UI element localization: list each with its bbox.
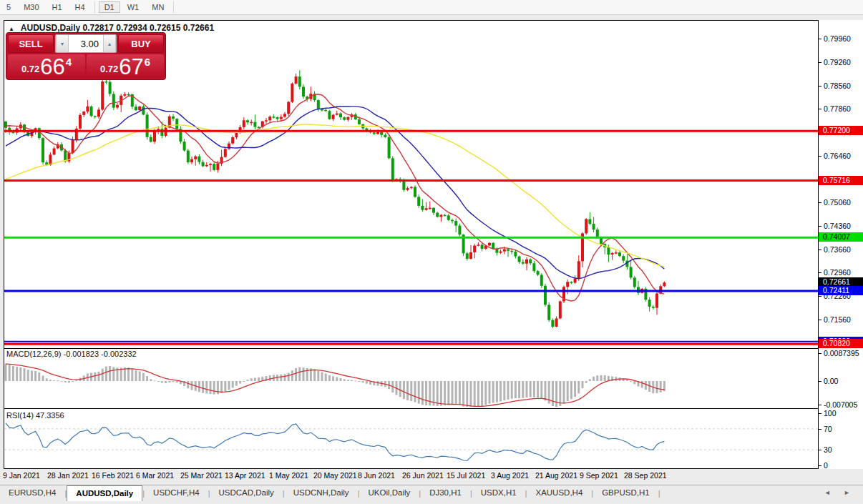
- date-label: 1 May 2021: [269, 471, 308, 480]
- macd-label: MACD(12,26,9) -0.001823 -0.002332: [6, 350, 137, 358]
- timeframe-button-h1[interactable]: H1: [47, 1, 68, 13]
- axis-tick-label: 0.74360: [824, 222, 851, 230]
- axis-tick: [819, 202, 821, 203]
- chart-tab-usdcnh-daily[interactable]: USDCNH,Daily: [285, 485, 358, 501]
- price-axis[interactable]: 0.799600.792600.785600.778600.764600.750…: [819, 20, 863, 469]
- axis-tick: [819, 405, 821, 405]
- axis-tick-label: 0.77860: [824, 104, 851, 113]
- volume-stepper: ▼ ▲: [55, 34, 117, 53]
- date-label: 28 Sep 2021: [624, 471, 667, 480]
- sell-button[interactable]: SELL: [8, 34, 54, 53]
- time-axis[interactable]: 9 Jan 202128 Jan 202116 Feb 20216 Mar 20…: [4, 470, 819, 483]
- sell-price-prefix: 0.72: [21, 64, 39, 74]
- sell-price-pip: 4: [66, 56, 72, 68]
- axis-tick: [819, 249, 821, 250]
- price-badge: 0.77200: [819, 126, 863, 135]
- axis-tick-label: 70: [824, 425, 832, 433]
- timeframe-button-w1[interactable]: W1: [122, 1, 145, 13]
- toolbar-separator: [173, 1, 174, 13]
- collapse-panel-icon[interactable]: ▲: [9, 26, 14, 32]
- date-label: 20 May 2021: [313, 471, 357, 480]
- axis-tick: [819, 429, 821, 430]
- volume-input[interactable]: [69, 35, 103, 52]
- axis-tick-label: 0.00: [824, 377, 838, 385]
- axis-tick: [819, 320, 821, 320]
- timeframe-button-m30[interactable]: M30: [18, 1, 44, 13]
- buy-button[interactable]: BUY: [118, 34, 164, 53]
- axis-tick-label: -0.007005: [824, 400, 857, 409]
- timeframe-button-5[interactable]: 5: [1, 1, 16, 13]
- price-badge: 0.72411: [819, 286, 863, 295]
- date-label: 21 Aug 2021: [535, 471, 577, 480]
- axis-tick: [819, 353, 821, 354]
- toolbar-separator: [94, 1, 95, 13]
- axis-tick: [819, 62, 821, 63]
- date-label: 15 Jul 2021: [447, 471, 485, 480]
- date-label: 13 Apr 2021: [225, 471, 265, 480]
- axis-tick: [819, 39, 821, 39]
- axis-tick-label: 0.71560: [824, 315, 851, 324]
- chart-plot-area[interactable]: ▲ AUDUSD,Daily 0.72817 0.72934 0.72615 0…: [4, 20, 819, 469]
- axis-tick-label: 0.79260: [824, 58, 851, 66]
- symbol-period-label: AUDUSD,Daily: [21, 23, 80, 33]
- date-label: 28 Jan 2021: [47, 471, 89, 480]
- date-label: 26 Jun 2021: [402, 471, 444, 480]
- volume-decrease-button[interactable]: ▼: [56, 35, 69, 52]
- axis-tick-label: 0.73660: [824, 245, 851, 254]
- date-label: 25 Mar 2021: [180, 471, 223, 480]
- timeframe-button-mn[interactable]: MN: [146, 1, 170, 13]
- date-label: 6 Mar 2021: [136, 471, 174, 480]
- high-value: 0.72934: [116, 23, 147, 33]
- volume-increase-button[interactable]: ▲: [103, 35, 116, 52]
- buy-price-tile[interactable]: 0.72 67 6: [87, 54, 164, 78]
- date-label: 3 Aug 2021: [491, 471, 529, 480]
- one-click-trade-panel: SELL ▼ ▲ BUY 0.72 66 4 0.72 67 6: [6, 32, 166, 80]
- close-value: 0.72661: [183, 23, 214, 33]
- buy-price-big: 67: [119, 56, 143, 77]
- axis-tick-label: 30: [824, 445, 832, 454]
- axis-tick-label: 0.79960: [824, 34, 851, 43]
- axis-tick-label: 0.78560: [824, 81, 851, 90]
- chart-tab-ukoil-daily[interactable]: UKOil,Daily: [359, 485, 419, 501]
- price-badge: 0.74007: [819, 232, 863, 242]
- axis-tick: [819, 296, 821, 297]
- axis-tick: [819, 86, 821, 87]
- date-label: 16 Feb 2021: [92, 471, 134, 480]
- ohlc-header: ▲ AUDUSD,Daily 0.72817 0.72934 0.72615 0…: [9, 23, 214, 33]
- chart-tab-usdx-h1[interactable]: USDX,H1: [472, 485, 525, 501]
- sell-price-big: 66: [40, 56, 64, 77]
- chart-tab-usdchf-h4[interactable]: USDCHF,H4: [145, 485, 208, 501]
- rsi-canvas: [4, 409, 818, 468]
- axis-tick: [819, 272, 821, 273]
- low-value: 0.72615: [150, 23, 180, 33]
- sell-price-tile[interactable]: 0.72 66 4: [8, 54, 85, 78]
- axis-tick: [819, 156, 821, 157]
- axis-tick-label: 0.72960: [824, 268, 851, 277]
- date-label: 8 Jun 2021: [358, 471, 395, 480]
- timeframe-button-h4[interactable]: H4: [69, 1, 91, 13]
- price-badge: 0.70820: [819, 339, 863, 348]
- chart-tab-audusd-daily[interactable]: AUDUSD,Daily: [67, 485, 142, 501]
- axis-tick: [819, 450, 821, 450]
- axis-tick-label: 100: [824, 409, 837, 417]
- chart-tab-usdcad-daily[interactable]: USDCAD,Daily: [210, 485, 282, 501]
- timeframe-button-d1[interactable]: D1: [99, 1, 120, 13]
- axis-tick: [819, 465, 821, 466]
- axis-tick: [819, 413, 821, 414]
- price-badge: 0.75716: [819, 176, 863, 185]
- date-label: 9 Sep 2021: [580, 471, 618, 480]
- chart-tab-gbpusd-h1[interactable]: GBPUSD,H1: [593, 485, 658, 501]
- buy-price-prefix: 0.72: [100, 64, 118, 74]
- axis-tick-label: 0.0087395: [824, 349, 859, 357]
- tab-scroll-arrows[interactable]: ◄ ►: [824, 489, 856, 496]
- chart-tab-dj30-h1[interactable]: DJ30,H1: [421, 485, 470, 501]
- timeframe-toolbar: 5M30H1H4D1W1MN: [0, 0, 863, 15]
- rsi-label: RSI(14) 47.3356: [6, 411, 64, 420]
- date-label: 9 Jan 2021: [3, 471, 40, 480]
- chart-tab-xauusd-h4[interactable]: XAUUSD,H4: [527, 485, 591, 501]
- tab-separator: |: [658, 489, 660, 498]
- axis-tick: [819, 226, 821, 227]
- axis-tick: [819, 381, 821, 382]
- chart-tab-eurusd-h4[interactable]: EURUSD,H4: [0, 485, 64, 501]
- axis-tick-label: 0: [824, 461, 828, 470]
